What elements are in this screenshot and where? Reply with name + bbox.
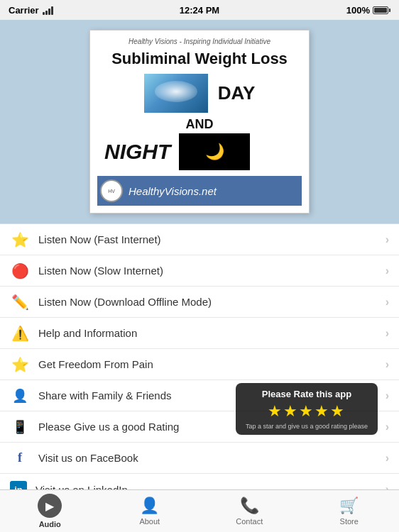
menu-item-rating[interactable]: 📱 Please Give us a good Rating › Please … xyxy=(0,411,399,443)
hero-subtitle: Healthy Visions - Inspiring Individual I… xyxy=(97,38,302,45)
menu-item-listen-slow[interactable]: 🔴 Listen Now (Slow Internet) › xyxy=(0,255,399,287)
chevron-icon-4: › xyxy=(386,327,389,340)
rate-popup[interactable]: Please Rate this app ★★★★★ Tap a star an… xyxy=(236,383,378,436)
tab-bar: ▶ Audio 👤 About 📞 Contact 🛒 Store xyxy=(0,489,399,532)
menu-label-help: Help and Information xyxy=(38,327,386,339)
person-icon: 👤 xyxy=(10,386,30,406)
signal-icon xyxy=(43,5,53,15)
star-icon-1: ⭐ xyxy=(10,230,30,250)
rate-popup-title: Please Rate this app xyxy=(243,389,371,399)
menu-item-linkedin[interactable]: in Visit us on LinkedIn › xyxy=(0,474,399,489)
battery-percent: 100% xyxy=(346,5,370,16)
status-time: 12:24 PM xyxy=(180,5,219,16)
rate-stars[interactable]: ★★★★★ xyxy=(243,402,371,421)
rate-popup-sub: Tap a star and give us a good rating ple… xyxy=(243,423,371,431)
warning-icon: ⚠️ xyxy=(10,323,30,343)
hero-day-image xyxy=(144,74,208,113)
menu-label-linkedin: Visit us on LinkedIn xyxy=(35,484,386,489)
hero-logo: HV xyxy=(100,179,123,202)
menu-item-facebook[interactable]: f Visit us on FaceBook › xyxy=(0,443,399,474)
contact-icon: 📞 xyxy=(239,497,260,515)
main-content: Healthy Visions - Inspiring Individual I… xyxy=(0,20,399,489)
status-bar: Carrier 12:24 PM 100% xyxy=(0,0,399,20)
status-left: Carrier xyxy=(9,5,53,16)
battery-icon xyxy=(373,6,390,14)
facebook-icon: f xyxy=(10,448,30,468)
tab-contact-label: Contact xyxy=(236,517,263,526)
audio-icon: ▶ xyxy=(38,494,62,518)
hero-and: AND xyxy=(97,117,302,132)
status-right: 100% xyxy=(346,5,390,16)
hero-website: HealthyVisions.net xyxy=(129,185,217,197)
chevron-icon-5: › xyxy=(386,358,389,371)
menu-item-help[interactable]: ⚠️ Help and Information › xyxy=(0,318,399,349)
hero-day-row: DAY xyxy=(97,74,302,113)
chevron-icon-2: › xyxy=(386,265,389,277)
menu-list: ⭐ Listen Now (Fast Internet) › 🔴 Listen … xyxy=(0,223,399,489)
store-icon: 🛒 xyxy=(339,497,360,515)
tab-audio[interactable]: ▶ Audio xyxy=(0,494,100,528)
menu-label-freedom: Get Freedom From Pain xyxy=(38,358,386,370)
tab-store-label: Store xyxy=(340,517,359,526)
chevron-icon-8: › xyxy=(386,452,389,465)
carrier-label: Carrier xyxy=(9,5,39,16)
menu-item-listen-fast[interactable]: ⭐ Listen Now (Fast Internet) › xyxy=(0,224,399,255)
hero-title: Subliminal Weight Loss xyxy=(97,50,302,68)
hero-day-label: DAY xyxy=(218,82,256,104)
hero-card: Healthy Visions - Inspiring Individual I… xyxy=(89,30,310,214)
chevron-icon-7: › xyxy=(386,421,389,433)
hero-night-label: NIGHT xyxy=(104,140,170,164)
menu-item-freedom[interactable]: ⭐ Get Freedom From Pain › xyxy=(0,349,399,380)
linkedin-icon: in xyxy=(10,481,27,489)
tab-contact[interactable]: 📞 Contact xyxy=(200,497,300,526)
tab-about[interactable]: 👤 About xyxy=(100,497,200,526)
hero-night-image: 🌙 xyxy=(179,133,250,170)
hero-night-row: NIGHT 🌙 xyxy=(97,133,302,170)
menu-label-listen-slow: Listen Now (Slow Internet) xyxy=(38,265,386,277)
tab-audio-label: Audio xyxy=(39,520,61,528)
chevron-icon-1: › xyxy=(386,233,389,246)
hero-footer: HV HealthyVisions.net xyxy=(97,176,302,206)
menu-item-listen-offline[interactable]: ✏️ Listen Now (Download Offline Mode) › xyxy=(0,287,399,318)
menu-label-facebook: Visit us on FaceBook xyxy=(38,452,386,464)
red-circle-icon: 🔴 xyxy=(10,261,30,281)
chevron-icon-9: › xyxy=(386,483,389,489)
chevron-icon-6: › xyxy=(386,389,389,402)
app-icon: 📱 xyxy=(10,417,30,437)
moon-icon: 🌙 xyxy=(205,143,224,161)
menu-label-listen-offline: Listen Now (Download Offline Mode) xyxy=(38,296,386,308)
star-icon-2: ⭐ xyxy=(10,355,30,375)
menu-label-listen-fast: Listen Now (Fast Internet) xyxy=(38,233,386,245)
pencil-icon: ✏️ xyxy=(10,292,30,312)
chevron-icon-3: › xyxy=(386,296,389,309)
tab-about-label: About xyxy=(139,517,160,526)
tab-store[interactable]: 🛒 Store xyxy=(300,497,400,526)
about-icon: 👤 xyxy=(139,497,160,515)
